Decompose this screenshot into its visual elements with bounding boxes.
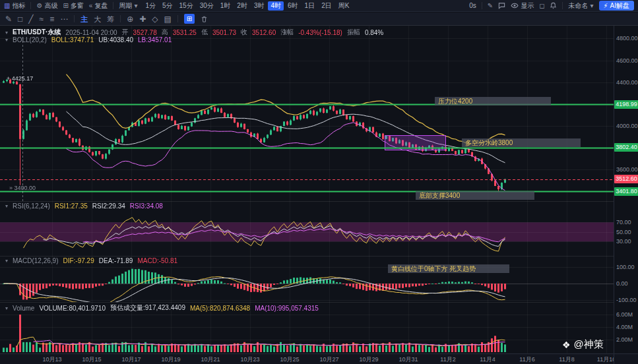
rsi-axis-label: 30.00 <box>616 238 631 245</box>
dif-value: DIF:-97.29 <box>63 257 94 264</box>
high-price-marker: + 4425.17 <box>7 75 33 82</box>
low-value: 3501.73 <box>212 29 236 36</box>
wave-tool-icon[interactable]: ≈ <box>40 13 44 25</box>
timeframe-button-2日[interactable]: 2日 <box>319 1 335 11</box>
tab-big-orders[interactable]: 大 <box>94 13 101 25</box>
annotation-support[interactable]: 底部支撑3400 <box>416 191 534 200</box>
chevron-right-icon: » <box>9 185 13 191</box>
chat-button[interactable] <box>498 2 505 9</box>
divider <box>177 15 178 22</box>
top-toolbar: ▥ 指标 ⚙ 高级 ⊞ 多窗 « 复盘 周期 ▾ 1分5分15分30分1时2时3… <box>0 0 638 12</box>
ai-analysis-button[interactable]: ⚡ AI解盘 <box>599 1 634 11</box>
date-label: 10月13 <box>42 355 61 364</box>
chat-icon <box>498 2 505 9</box>
fullscreen-button[interactable]: ◻ <box>539 2 544 9</box>
timeframe-bar: 1分5分15分30分1时2时3时4时6时1日2日周K <box>143 1 352 11</box>
layout-dropdown[interactable]: 未命名 ▾ <box>568 1 593 11</box>
symbol-name: ETH/USDT·永续 <box>13 28 61 37</box>
timeframe-button-6时[interactable]: 6时 <box>285 1 301 11</box>
crosshair-tool-icon[interactable]: ⊕ <box>127 13 133 25</box>
date-label: 10月27 <box>319 355 338 364</box>
macd-value: MACD:-50.81 <box>137 257 177 264</box>
vol-ma10-value: MA(10):995,057.4315 <box>255 305 319 312</box>
timeframe-button-15分[interactable]: 15分 <box>177 1 196 11</box>
volume-axis-label: 2.00M <box>616 336 633 343</box>
divider <box>74 15 75 22</box>
price-axis[interactable]: 4800.004600.004400.004000.003600.0070.00… <box>614 26 638 353</box>
date-label: 10月25 <box>280 355 299 364</box>
macd-info-row: ▾ MACD(12,26,9) DIF:-97.29 DEA:-71.89 MA… <box>5 257 177 264</box>
timeframe-button-5分[interactable]: 5分 <box>160 1 175 11</box>
collapse-chevron-icon[interactable]: ▾ <box>5 305 8 311</box>
high-value: 3531.25 <box>173 29 197 36</box>
date-label: 10月17 <box>121 355 141 364</box>
rewind-icon: « <box>89 2 93 9</box>
fib-tool-icon[interactable]: ≡ <box>49 13 54 25</box>
vol-ma5-value: MA(5):820,874.6348 <box>190 305 250 312</box>
annotation-resistance[interactable]: 压力位4200 <box>435 97 551 106</box>
panel-tool-icon[interactable]: ▤ <box>164 13 172 25</box>
edit-button[interactable]: ✎ <box>488 2 493 9</box>
collapse-chevron-icon[interactable]: ▾ <box>5 37 8 43</box>
lightning-icon: ⚡ <box>604 1 608 10</box>
date-label: 11月10 <box>597 355 616 364</box>
trash-button[interactable] <box>201 15 208 23</box>
collapse-chevron-icon[interactable]: ▾ <box>5 203 8 209</box>
price-axis-label: 4800.00 <box>616 35 638 42</box>
timeframe-button-1时[interactable]: 1时 <box>218 1 234 11</box>
brush-tool-icon[interactable]: ✎ <box>5 13 12 25</box>
timeframe-button-3时[interactable]: 3时 <box>251 1 267 11</box>
timeframe-button-2时[interactable]: 2时 <box>234 1 250 11</box>
chevron-down-icon: ▾ <box>590 2 593 9</box>
annotation-macd-note[interactable]: 黄白线位于0轴下方 死叉趋势 <box>388 264 509 273</box>
divider <box>120 15 121 22</box>
tab-main-chart[interactable]: 主 <box>80 13 88 25</box>
date-label: 10月19 <box>161 355 180 364</box>
shape-tool-icon[interactable]: □ <box>18 13 22 25</box>
volume-info-row: ▾ Volume VOLUME:80,401.9710 预估成交量:917,42… <box>5 303 319 313</box>
price-axis-label: 4400.00 <box>616 79 638 86</box>
dea-value: DEA:-71.89 <box>99 257 133 264</box>
timeframe-button-4时[interactable]: 4时 <box>268 1 284 11</box>
divider <box>30 2 31 9</box>
diamond-tool-icon[interactable]: ◇ <box>152 13 158 25</box>
timeframe-button-30分[interactable]: 30分 <box>197 1 216 11</box>
divider <box>482 2 482 9</box>
left-price-alert[interactable]: » 3400.00 <box>9 185 36 191</box>
timeframe-button-1日[interactable]: 1日 <box>302 1 318 11</box>
period-dropdown[interactable]: 周期 ▾ <box>119 1 137 11</box>
macd-axis-label: 100.00 <box>616 264 635 270</box>
grid-icon: ⊞ <box>63 2 68 9</box>
price-axis-label: 4600.00 <box>616 57 638 64</box>
replay-button[interactable]: « 复盘 <box>89 1 108 11</box>
macd-axis-label: 0.00 <box>616 280 628 287</box>
amplitude-value: 0.84% <box>365 29 383 36</box>
axis-corner <box>614 353 638 364</box>
multi-window-button[interactable]: ⊞ 多窗 <box>63 1 83 11</box>
annotation-pivot[interactable]: 多空分水岭3800 <box>462 138 581 147</box>
more-tools-icon[interactable]: ⋯ <box>60 13 68 25</box>
trendline-tool-icon[interactable]: ╱ <box>28 13 33 25</box>
bar-countdown: 0s <box>469 2 476 9</box>
time-axis[interactable]: 10月1310月1510月1710月1910月2110月2310月2510月27… <box>0 353 614 364</box>
advanced-button[interactable]: ⚙ 高级 <box>36 1 57 11</box>
plus-tool-icon[interactable]: ✚ <box>139 13 146 25</box>
indicator-button[interactable]: ▥ 指标 <box>4 1 25 11</box>
display-menu[interactable]: 显示 <box>511 1 534 11</box>
rsi2-value: RSI2:29.34 <box>92 202 125 210</box>
trash-icon <box>201 15 208 23</box>
timeframe-button-1分[interactable]: 1分 <box>143 1 158 11</box>
alerts-button[interactable] <box>550 2 557 9</box>
volume-value: VOLUME:80,401.9710 <box>39 305 106 312</box>
date-label: 10月23 <box>240 355 259 364</box>
selected-tool-button[interactable]: ⊞ <box>184 14 195 24</box>
timeframe-button-周K[interactable]: 周K <box>336 1 352 11</box>
watermark-logo-icon: ❖ <box>562 340 571 350</box>
rsi-axis-label: 50.00 <box>616 229 631 235</box>
divider <box>113 2 113 9</box>
boll-info-row: ▾ BOLL(20,2) BOLL:3747.71 UB:4038.40 LB:… <box>5 36 172 44</box>
collapse-chevron-icon[interactable]: ▾ <box>5 258 8 264</box>
chevron-down-icon: ▾ <box>134 2 137 9</box>
tab-chips[interactable]: 筹 <box>107 13 114 25</box>
collapse-chevron-icon[interactable]: ▾ <box>5 30 8 36</box>
